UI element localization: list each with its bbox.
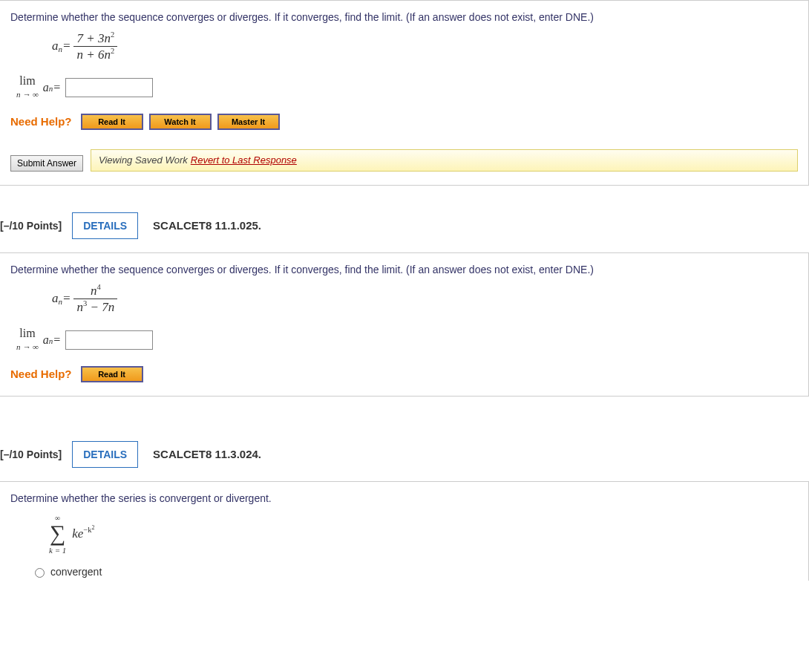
read-it-button[interactable]: Read It (81, 366, 143, 382)
q3-option-convergent[interactable]: convergent (31, 566, 798, 578)
q1-prompt: Determine whether the sequence converges… (10, 11, 798, 23)
q1-answer-input[interactable] (65, 78, 153, 97)
q1-need-help-row: Need Help? Read It Watch It Master It (10, 114, 798, 130)
q2-prompt: Determine whether the sequence converges… (10, 264, 798, 275)
q3-prompt: Determine whether the series is converge… (10, 492, 798, 504)
details-button[interactable]: DETAILS (72, 441, 138, 468)
q1-limit-row: lim n → ∞ an = (16, 75, 798, 100)
q2-need-help-row: Need Help? Read It (10, 366, 798, 382)
q2-points: [–/10 Points] (0, 220, 62, 232)
viewing-saved-work-text: Viewing Saved Work (99, 154, 188, 166)
watch-it-button[interactable]: Watch It (149, 114, 212, 130)
need-help-label: Need Help? (10, 368, 72, 380)
q1-formula: an = 7 + 3n2 n + 6n2 (52, 30, 798, 62)
submit-answer-button[interactable]: Submit Answer (10, 155, 83, 172)
details-button[interactable]: DETAILS (72, 212, 138, 239)
question-2-box: Determine whether the sequence converges… (0, 252, 809, 397)
need-help-label: Need Help? (10, 115, 72, 128)
master-it-button[interactable]: Master It (217, 114, 280, 130)
q3-series: ∞ ∑ k = 1 ke−k2 (49, 510, 798, 555)
q2-header: [–/10 Points] DETAILS SCALCET8 11.1.025. (0, 212, 809, 239)
q3-points: [–/10 Points] (0, 448, 62, 460)
q3-radio-convergent[interactable] (35, 568, 45, 578)
read-it-button[interactable]: Read It (81, 114, 143, 130)
revert-link[interactable]: Revert to Last Response (191, 154, 297, 166)
q2-source: SCALCET8 11.1.025. (153, 219, 261, 232)
q2-formula: an = n4 n3 − 7n (52, 283, 798, 314)
q3-header: [–/10 Points] DETAILS SCALCET8 11.3.024. (0, 441, 809, 468)
q2-answer-input[interactable] (65, 330, 153, 350)
question-3-box: Determine whether the series is converge… (0, 481, 809, 581)
question-1-box: Determine whether the sequence converges… (0, 0, 809, 186)
q2-limit-row: lim n → ∞ an = (16, 327, 798, 353)
saved-work-strip: Submit Answer Viewing Saved Work Revert … (10, 149, 798, 172)
q3-source: SCALCET8 11.3.024. (153, 448, 261, 460)
